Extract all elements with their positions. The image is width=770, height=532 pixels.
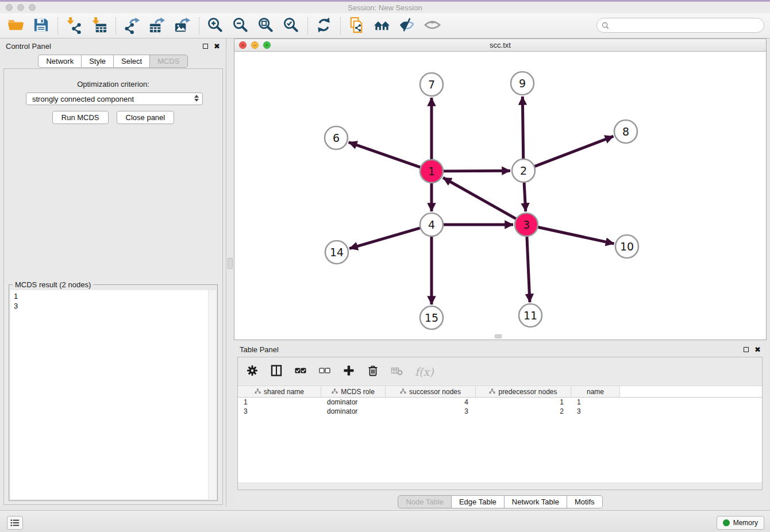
export-image-button[interactable]	[171, 15, 193, 37]
mcds-result-group: MCDS result (2 nodes) 1 3	[9, 284, 218, 501]
task-history-button[interactable]	[7, 516, 23, 530]
import-table-button[interactable]	[88, 15, 110, 37]
table-cell[interactable]: 3	[386, 407, 476, 416]
table-cell[interactable]: 3	[238, 407, 321, 416]
search-icon	[602, 22, 609, 29]
float-table-panel-icon[interactable]	[744, 347, 749, 352]
column-header-MCDS-role[interactable]: MCDS role	[321, 386, 386, 397]
select-all-button[interactable]	[294, 364, 307, 379]
edge-2-3[interactable]	[524, 182, 526, 211]
graph-node-1[interactable]: 1	[420, 160, 443, 183]
memory-button[interactable]: Memory	[717, 516, 764, 530]
delete-button[interactable]	[367, 364, 379, 379]
zoom-fit-button[interactable]	[255, 15, 276, 37]
tab-mcds[interactable]: MCDS	[150, 55, 187, 68]
column-header-successor-nodes[interactable]: successor nodes	[386, 386, 476, 397]
graph-node-8[interactable]: 8	[614, 120, 637, 143]
import-network-button[interactable]	[63, 15, 84, 37]
graph-node-2[interactable]: 2	[512, 159, 535, 182]
save-session-button[interactable]	[30, 15, 52, 37]
columns-button[interactable]	[270, 364, 283, 379]
table-cell[interactable]: dominator	[321, 407, 386, 416]
edge-1-6[interactable]	[349, 142, 421, 168]
network-canvas[interactable]: 7968124314101511	[234, 52, 766, 340]
column-header-shared-name[interactable]: shared name	[238, 386, 321, 397]
import-network-icon	[65, 16, 83, 36]
close-panel-icon[interactable]: ✖	[214, 43, 220, 50]
table-body: 1dominator4113dominator323	[238, 398, 762, 416]
delete-table-button[interactable]	[391, 364, 403, 379]
table-cell[interactable]: 1	[571, 398, 620, 407]
graph-node-10[interactable]: 10	[615, 235, 638, 258]
table-cell[interactable]: 2	[476, 407, 571, 416]
unselect-all-icon	[318, 364, 331, 379]
optimization-criterion-dropdown[interactable]: strongly connected component	[26, 92, 203, 105]
graph-node-3[interactable]: 3	[515, 213, 538, 236]
graph-node-7[interactable]: 7	[420, 73, 443, 96]
graph-node-4[interactable]: 4	[420, 213, 443, 236]
hide-selected-button[interactable]	[396, 15, 418, 37]
duplicate-network-button[interactable]	[345, 15, 367, 37]
optimization-criterion-label: Optimization criterion:	[4, 80, 222, 88]
table-cell[interactable]: dominator	[321, 398, 386, 407]
edge-2-9[interactable]	[522, 97, 523, 159]
edge-1-2[interactable]	[443, 171, 510, 171]
refresh-button[interactable]	[313, 15, 334, 37]
tab-motifs[interactable]: Motifs	[567, 495, 603, 508]
table-row[interactable]: 1dominator411	[238, 398, 762, 407]
network-window-titlebar[interactable]: × − + scc.txt	[234, 39, 766, 52]
float-panel-icon[interactable]	[203, 44, 208, 49]
graph-node-9[interactable]: 9	[511, 72, 534, 95]
node-table-container: f(x) shared nameMCDS rolesuccessor nodes…	[237, 357, 763, 490]
unselect-all-button[interactable]	[318, 364, 331, 379]
run-mcds-button[interactable]: Run MCDS	[52, 111, 109, 124]
mcds-result-list[interactable]: 1 3	[10, 290, 208, 499]
vertical-splitter-handle[interactable]	[228, 258, 233, 269]
result-scrollbar[interactable]	[208, 290, 216, 499]
search-field[interactable]	[596, 18, 764, 33]
canvas-resize-grip[interactable]	[495, 334, 502, 338]
show-all-button[interactable]	[421, 15, 443, 37]
add-button[interactable]	[342, 364, 355, 379]
zoom-in-button[interactable]	[204, 15, 226, 37]
zoom-selected-button[interactable]	[280, 15, 302, 37]
column-header-name[interactable]: name	[571, 386, 620, 397]
table-row[interactable]: 3dominator323	[238, 407, 762, 416]
settings-button[interactable]	[246, 364, 259, 379]
tab-node-table[interactable]: Node Table	[398, 495, 452, 508]
graph-node-11[interactable]: 11	[519, 304, 542, 327]
close-table-panel-icon[interactable]: ✖	[754, 346, 761, 353]
tab-network[interactable]: Network	[38, 55, 82, 68]
tab-select[interactable]: Select	[114, 55, 150, 68]
close-panel-button[interactable]: Close panel	[117, 111, 175, 124]
svg-text:4: 4	[428, 218, 435, 231]
graph-node-6[interactable]: 6	[325, 126, 348, 149]
edge-3-1[interactable]	[443, 178, 517, 219]
open-session-button[interactable]	[5, 15, 26, 37]
column-header-predecessor-nodes[interactable]: predecessor nodes	[476, 386, 571, 397]
export-network-button[interactable]	[121, 15, 143, 37]
first-neighbors-icon	[373, 16, 391, 36]
search-input[interactable]	[612, 21, 764, 30]
hierarchy-icon	[255, 388, 261, 396]
tab-edge-table[interactable]: Edge Table	[452, 495, 505, 508]
export-table-button[interactable]	[146, 15, 168, 37]
table-hscroll-area[interactable]	[238, 483, 762, 489]
first-neighbors-button[interactable]	[371, 15, 392, 37]
table-cell[interactable]: 1	[238, 398, 321, 407]
edge-2-8[interactable]	[534, 136, 614, 167]
svg-text:10: 10	[620, 240, 634, 253]
edge-3-10[interactable]	[538, 227, 614, 244]
table-cell[interactable]: 1	[476, 398, 571, 407]
table-cell[interactable]: 3	[571, 407, 620, 416]
edge-4-14[interactable]	[349, 228, 421, 249]
graph-node-14[interactable]: 14	[325, 241, 348, 264]
table-cell[interactable]: 4	[386, 398, 476, 407]
tab-network-table[interactable]: Network Table	[505, 495, 567, 508]
network-graph: 7968124314101511	[234, 52, 766, 340]
edge-3-11[interactable]	[527, 236, 530, 302]
function-button[interactable]: f(x)	[415, 365, 434, 378]
graph-node-15[interactable]: 15	[420, 306, 443, 329]
zoom-out-button[interactable]	[229, 15, 251, 37]
tab-style[interactable]: Style	[82, 55, 114, 68]
